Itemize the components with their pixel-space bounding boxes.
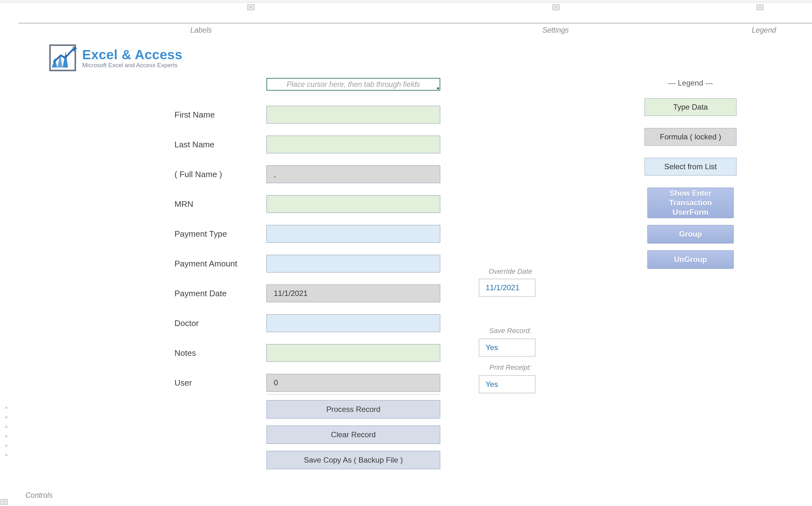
group-toggle-4[interactable]: -	[1, 499, 8, 505]
doctor-field[interactable]	[266, 314, 440, 332]
process-record-button[interactable]: Process Record	[266, 400, 440, 419]
full-name-field: ,	[266, 165, 440, 183]
section-header-controls: Controls	[25, 491, 53, 500]
legend-column: --- Legend --- Type Data Formula ( locke…	[645, 79, 737, 276]
override-date-field[interactable]: 11/1/2021	[479, 279, 535, 297]
legend-title: --- Legend ---	[645, 79, 737, 87]
svg-marker-3	[63, 51, 68, 68]
label-full-name: ( Full Name )	[175, 170, 266, 179]
save-record-label: Save Record:	[482, 327, 539, 335]
form-area: Place cursor here, then tab through fiel…	[175, 75, 440, 476]
group-button[interactable]: Group	[648, 225, 734, 243]
notes-field[interactable]	[266, 344, 440, 362]
label-mrn: MRN	[175, 199, 266, 209]
show-userform-button[interactable]: Show Enter Transaction UserForm	[648, 187, 734, 218]
print-receipt-label: Print Receipt:	[482, 363, 539, 372]
payment-date-field: 11/1/2021	[266, 284, 440, 302]
gutter-dot	[5, 416, 7, 418]
ungroup-button[interactable]: UnGroup	[648, 250, 734, 269]
label-payment-type: Payment Type	[175, 229, 266, 239]
save-record-field[interactable]: Yes	[479, 339, 535, 356]
group-toggle-1[interactable]: -	[248, 4, 254, 10]
payment-type-field[interactable]	[266, 225, 440, 243]
legend-formula: Formula ( locked )	[645, 128, 737, 146]
payment-amount-field[interactable]	[266, 255, 440, 272]
label-doctor: Doctor	[175, 319, 266, 328]
group-toggle-3[interactable]: -	[756, 4, 763, 10]
gutter-dot	[5, 407, 7, 409]
logo: Excel & Access Microsoft Excel and Acces…	[48, 43, 182, 73]
instruction-field[interactable]: Place cursor here, then tab through fiel…	[266, 78, 440, 91]
backup-button[interactable]: Save Copy As ( Backup File )	[266, 451, 440, 469]
label-last-name: Last Name	[175, 140, 266, 150]
label-payment-amount: Payment Amount	[175, 259, 266, 269]
divider	[266, 394, 440, 395]
gutter-dot	[5, 426, 7, 428]
label-payment-date: Payment Date	[175, 289, 266, 299]
override-date-label: Override Date	[482, 267, 539, 276]
last-name-field[interactable]	[266, 136, 440, 153]
gutter-dot	[5, 435, 7, 437]
legend-select: Select from List	[645, 158, 737, 176]
label-first-name: First Name	[175, 110, 266, 120]
logo-icon	[48, 43, 78, 73]
first-name-field[interactable]	[266, 106, 440, 123]
user-field: 0	[266, 374, 440, 392]
row-group-gutter	[0, 399, 13, 464]
mrn-field[interactable]	[266, 195, 440, 213]
group-toggle-2[interactable]: -	[552, 4, 559, 10]
legend-type-data: Type Data	[645, 98, 737, 116]
logo-text: Excel & Access Microsoft Excel and Acces…	[82, 47, 182, 69]
logo-subtitle: Microsoft Excel and Access Experts	[82, 62, 182, 69]
gutter-dot	[5, 445, 7, 447]
print-receipt-field[interactable]: Yes	[479, 375, 535, 393]
top-bar	[0, 0, 812, 3]
clear-record-button[interactable]: Clear Record	[266, 426, 440, 444]
logo-title: Excel & Access	[82, 47, 182, 63]
label-notes: Notes	[175, 348, 266, 358]
label-user: User	[175, 378, 266, 388]
gutter-dot	[5, 454, 7, 456]
